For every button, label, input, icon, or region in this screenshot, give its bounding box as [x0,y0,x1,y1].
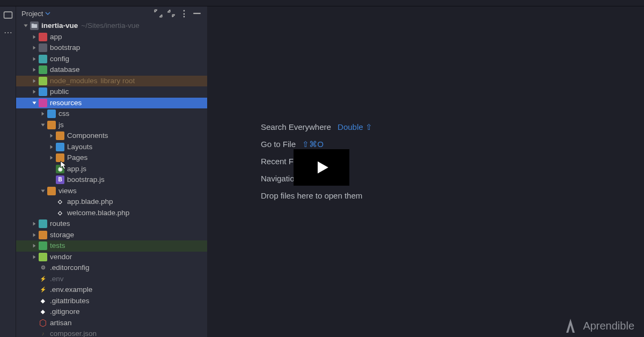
folder-icon [47,187,56,195]
hint-shortcut: Double ⇧ [338,122,372,131]
expand-all-icon[interactable] [153,9,163,18]
chevron-right-icon[interactable] [48,133,55,139]
tree-row[interactable]: tests [16,240,207,252]
chevron-right-icon[interactable] [31,221,38,227]
chevron-right-icon[interactable] [31,78,38,84]
tree-row[interactable]: ⚡ .env [16,274,207,285]
hint-drop: Drop files here to open them [261,191,372,200]
composer-file-icon: ♪ [39,329,47,337]
chevron-right-icon[interactable] [31,89,38,95]
tree-row[interactable]: vendor [16,252,207,263]
tree-row-selected[interactable]: resources [16,98,207,109]
blade-file-icon: ◇ [56,209,64,217]
chevron-down-icon[interactable] [23,23,29,29]
tree-label: .editorconfig [50,262,90,274]
tool-rail: ⋯ [0,6,16,337]
tree-label: composer.json [50,328,97,337]
chevron-right-icon[interactable] [31,67,38,73]
env-file-icon: ⚡ [39,275,47,283]
tree-label: .gitattributes [50,296,90,307]
more-tool-icon[interactable]: ⋯ [3,27,13,38]
chevron-down-icon[interactable] [40,188,46,194]
chevron-right-icon[interactable] [31,45,38,51]
tree-row[interactable]: node_modules library root [16,76,207,87]
tree-row[interactable]: storage [16,230,207,241]
svg-rect-1 [193,13,201,14]
tree-row[interactable]: Components [16,130,207,142]
tree-row[interactable]: ◇ app.blade.php [16,196,207,208]
tree-label: node_modules [50,76,98,87]
chevron-right-icon[interactable] [48,155,55,161]
tree-row[interactable]: Pages [16,152,207,164]
tree-label: .gitignore [50,306,80,318]
folder-icon [39,253,47,261]
mouse-cursor-icon [60,160,68,170]
tree-row[interactable]: database [16,64,207,76]
tree-label: welcome.blade.php [67,208,129,219]
hint-label: Search Everywhere [261,122,331,131]
tree-row[interactable]: artisan [16,318,207,329]
hide-panel-icon[interactable] [192,9,202,18]
tree-label: storage [50,230,74,241]
tree-row[interactable]: public [16,86,207,98]
tree-row[interactable]: ◇ welcome.blade.php [16,208,207,219]
tree-row[interactable]: Layouts [16,142,207,153]
chevron-right-icon[interactable] [31,34,38,40]
tree-row[interactable]: routes [16,218,207,230]
hint-shortcut: ⇧⌘O [302,140,324,149]
chevron-right-icon[interactable] [31,56,38,62]
tree-label: routes [50,218,70,230]
chevron-right-icon[interactable] [31,254,38,260]
tree-label: app.js [67,164,86,175]
video-play-button[interactable] [294,149,349,186]
tree-row[interactable]: ◉ app.js [16,164,207,175]
tree-row[interactable]: js [16,120,207,131]
tree-label: Pages [67,152,87,164]
tree-row[interactable]: css [16,108,207,120]
svg-rect-0 [4,12,12,18]
hint-label: Go to File [261,140,296,149]
chevron-down-icon[interactable] [40,122,46,128]
folder-icon [39,99,47,107]
tree-label: bootstrap [50,42,80,54]
chevron-down-icon[interactable] [31,100,38,106]
laravel-file-icon [39,319,47,327]
tree-row[interactable]: ◆ .gitattributes [16,296,207,307]
chevron-right-icon[interactable] [31,232,38,238]
tree-label: artisan [50,318,72,329]
tree-label: Layouts [67,142,92,153]
tree-label: js [58,120,64,131]
folder-icon [47,121,56,129]
tree-label: app [50,32,62,43]
hint-search: Search Everywhere Double ⇧ [261,122,372,132]
git-file-icon: ◆ [39,297,47,305]
chevron-right-icon[interactable] [40,111,46,117]
tree-label: .env [50,274,64,285]
play-icon [312,158,331,177]
tree-label: app.blade.php [67,196,113,208]
project-tree[interactable]: inertia-vue ~/Sites/inertia-vue app boot… [16,20,207,337]
folder-icon [39,241,47,250]
project-tool-icon[interactable] [3,10,13,20]
chevron-right-icon[interactable] [31,243,38,249]
tree-row[interactable]: ♪ composer.json [16,328,207,337]
blade-file-icon: ◇ [56,197,64,206]
tree-row[interactable]: ⚙ .editorconfig [16,262,207,274]
chevron-right-icon[interactable] [48,144,55,150]
tree-row[interactable]: config [16,54,207,65]
tree-row[interactable]: B bootstrap.js [16,174,207,186]
root-path: ~/Sites/inertia-vue [81,20,139,32]
folder-icon [39,231,47,239]
tree-label: public [50,86,69,98]
collapse-all-icon[interactable] [166,9,176,18]
folder-icon [30,21,39,30]
settings-icon[interactable]: ⋮ [179,9,189,18]
tree-row[interactable]: app [16,32,207,43]
tree-row[interactable]: bootstrap [16,42,207,54]
panel-title[interactable]: Project [21,10,50,18]
tree-row-root[interactable]: inertia-vue ~/Sites/inertia-vue [16,20,207,32]
tree-label: Components [67,130,108,142]
tree-row[interactable]: ⚡ .env.example [16,284,207,296]
tree-row[interactable]: views [16,186,207,197]
tree-row[interactable]: ◆ .gitignore [16,306,207,318]
